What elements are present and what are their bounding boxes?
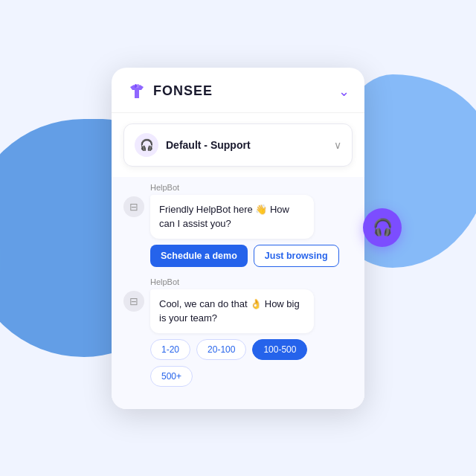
card-header: FONSEE ⌄ [112, 68, 364, 113]
btn-row-1: Schedule a demo Just browsing [150, 245, 353, 267]
logo-text: FONSEE [153, 83, 213, 99]
message-block-1: HelpBot ⊟ Friendly HelpBot here 👋 How ca… [123, 183, 353, 267]
support-left: 🎧 Default - Support [135, 133, 251, 157]
team-size-20-100[interactable]: 20-100 [196, 339, 246, 360]
team-size-1-20[interactable]: 1-20 [150, 339, 190, 360]
message-row-2: ⊟ Cool, we can do that 👌 How big is your… [123, 289, 353, 333]
svg-rect-0 [135, 84, 137, 88]
header-chevron-icon[interactable]: ⌄ [338, 83, 350, 100]
bot-icon-1: ⊟ [129, 201, 138, 213]
just-browsing-button[interactable]: Just browsing [254, 245, 339, 267]
schedule-demo-button[interactable]: Schedule a demo [150, 245, 248, 267]
message-block-2: HelpBot ⊟ Cool, we can do that 👌 How big… [123, 277, 353, 387]
bot-icon-2: ⊟ [129, 295, 138, 307]
support-chevron-icon: ∨ [334, 139, 341, 151]
sender-label-2: HelpBot [150, 277, 353, 286]
chat-card: FONSEE ⌄ 🎧 Default - Support ∨ HelpBot ⊟… [112, 68, 364, 409]
bubble-1: Friendly HelpBot here 👋 How can I assist… [150, 195, 314, 239]
headset-icon: 🎧 [373, 218, 393, 237]
support-dropdown[interactable]: 🎧 Default - Support ∨ [123, 123, 353, 167]
team-size-100-500[interactable]: 100-500 [252, 339, 307, 360]
btn-row-2: 1-20 20-100 100-500 500+ [150, 339, 353, 387]
support-headset-icon: 🎧 [135, 133, 158, 157]
logo-icon [126, 81, 147, 102]
chat-area: HelpBot ⊟ Friendly HelpBot here 👋 How ca… [112, 177, 364, 409]
sender-label-1: HelpBot [150, 183, 353, 192]
logo-area: FONSEE [126, 81, 213, 102]
support-label: Default - Support [166, 139, 251, 151]
avatar-1: ⊟ [123, 196, 144, 217]
message-row-1: ⊟ Friendly HelpBot here 👋 How can I assi… [123, 195, 353, 239]
avatar-2: ⊟ [123, 291, 144, 312]
floating-support-button[interactable]: 🎧 [363, 208, 402, 247]
bubble-2: Cool, we can do that 👌 How big is your t… [150, 289, 314, 333]
svg-rect-1 [137, 84, 139, 88]
team-size-500-plus[interactable]: 500+ [150, 366, 193, 387]
